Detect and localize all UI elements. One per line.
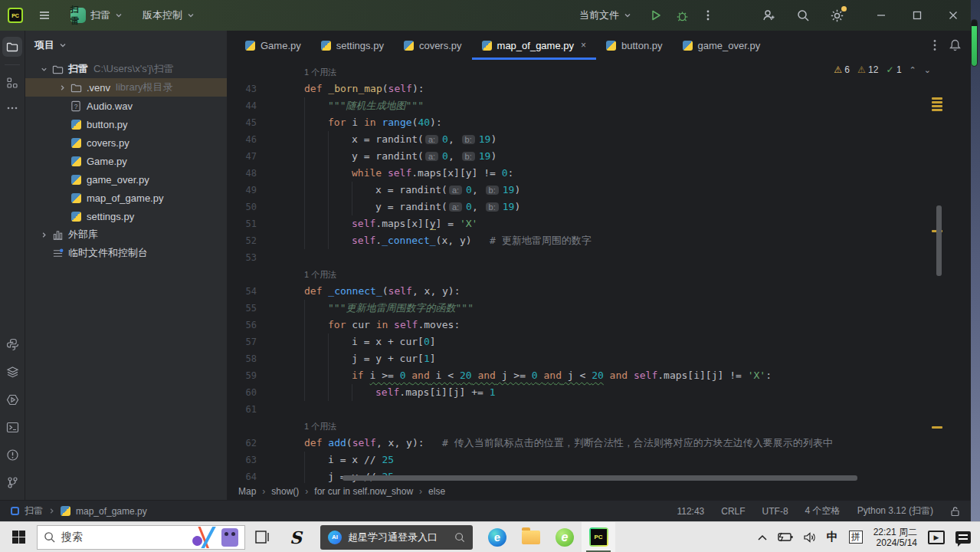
- s-app-button[interactable]: S: [279, 522, 313, 552]
- tree-item-.venv[interactable]: .venvlibrary根目录: [25, 78, 227, 97]
- tree-item-covers.py[interactable]: covers.py: [25, 133, 227, 152]
- code-with-me-button[interactable]: [762, 8, 776, 22]
- maximize-button[interactable]: [899, 0, 935, 31]
- version-control-tool-button[interactable]: [2, 472, 22, 492]
- status-project[interactable]: 扫雷: [25, 504, 43, 518]
- status-file[interactable]: map_of_game.py: [76, 506, 147, 517]
- tree-item-临时文件和控制台[interactable]: 临时文件和控制台: [25, 244, 227, 262]
- status-item[interactable]: 112:43: [677, 506, 704, 517]
- vcs-widget[interactable]: 版本控制: [138, 5, 199, 25]
- battery-icon[interactable]: [778, 532, 793, 542]
- main-menu-button[interactable]: [34, 6, 55, 25]
- prev-problem-button[interactable]: ⌃: [910, 65, 916, 75]
- project-selector[interactable]: 扫雷 扫雷: [66, 5, 127, 26]
- breadcrumb-item[interactable]: for cur in self.now_show: [314, 486, 413, 497]
- status-item[interactable]: CRLF: [721, 506, 745, 517]
- explorer-folder-icon: [522, 531, 540, 544]
- usage-hint[interactable]: 1 个用法: [304, 422, 336, 431]
- tab-game_over.py[interactable]: game_over.py: [673, 31, 771, 60]
- more-actions-button[interactable]: [703, 9, 713, 21]
- code-token: _connect_: [328, 285, 382, 297]
- tab-close-icon[interactable]: ×: [581, 40, 586, 51]
- task-view-button[interactable]: [245, 522, 279, 552]
- tree-item-Audio.wav[interactable]: ?Audio.wav: [25, 97, 227, 115]
- status-item[interactable]: 4 个空格: [805, 504, 841, 518]
- tab-map_of_game.py[interactable]: map_of_game.py×: [472, 31, 596, 60]
- pycharm-taskbar-button[interactable]: PC: [582, 522, 615, 552]
- tree-item-外部库[interactable]: 外部库: [25, 225, 227, 244]
- tree-item-Game.py[interactable]: Game.py: [25, 152, 227, 170]
- edge-button[interactable]: e: [480, 522, 514, 552]
- stripe-marker[interactable]: [932, 105, 942, 107]
- start-button[interactable]: [0, 522, 37, 552]
- vertical-scrollbar[interactable]: [936, 205, 942, 276]
- tree-item-game_over.py[interactable]: game_over.py: [25, 170, 227, 189]
- chevron-open-icon[interactable]: [38, 66, 50, 73]
- code-editor[interactable]: 1 个用法43def _born_map(self):44"""随机生成地图""…: [228, 60, 971, 483]
- speaker-icon[interactable]: [804, 532, 816, 543]
- tab-Game.py[interactable]: Game.py: [235, 31, 311, 60]
- stripe-marker[interactable]: [932, 101, 942, 104]
- python-packages-tool-button[interactable]: [2, 334, 22, 354]
- run-button[interactable]: [650, 9, 662, 21]
- services-tool-button[interactable]: [2, 389, 22, 409]
- taskbar-search-input[interactable]: 搜索: [37, 525, 245, 550]
- structure-tool-button[interactable]: [2, 73, 22, 93]
- chevron-closed-icon[interactable]: [56, 84, 68, 91]
- terminal-tool-button[interactable]: [2, 417, 22, 437]
- close-button[interactable]: [935, 0, 971, 31]
- code-token: .maps[x][y] !=: [411, 167, 501, 179]
- settings-button[interactable]: [830, 8, 844, 23]
- tray-clock[interactable]: 22:21 周二 2024/5/14: [873, 527, 917, 548]
- tree-item-map_of_game.py[interactable]: map_of_game.py: [25, 189, 227, 207]
- tab-button.py[interactable]: button.py: [596, 31, 673, 60]
- audio-icon: ?: [68, 100, 84, 112]
- chevron-down-icon[interactable]: [59, 41, 67, 49]
- python-file-icon: [606, 41, 616, 51]
- line-number: 53: [228, 249, 304, 266]
- tab-settings.py[interactable]: settings.py: [311, 31, 394, 60]
- chaoxing-widget[interactable]: AI 超星学习通登录入口: [320, 525, 473, 550]
- video-player-tray-icon[interactable]: ▶: [928, 531, 945, 544]
- breadcrumb-item[interactable]: show(): [271, 486, 299, 497]
- debug-button[interactable]: [676, 9, 689, 22]
- inspections-widget[interactable]: ⚠ 6 ⚠ 12 ✓ 1 ⌃ ⌄: [834, 64, 931, 75]
- python-console-tool-button[interactable]: [2, 362, 22, 382]
- ime-language-indicator[interactable]: 中: [827, 530, 838, 544]
- breadcrumb-item[interactable]: else: [428, 486, 445, 497]
- usage-hint[interactable]: 1 个用法: [304, 270, 336, 279]
- tree-item-扫雷[interactable]: 扫雷C:\Users\x's'j\扫雷: [25, 60, 227, 78]
- stripe-marker[interactable]: [932, 97, 942, 100]
- action-center-icon[interactable]: [955, 531, 971, 544]
- breadcrumb-item[interactable]: Map: [238, 486, 256, 497]
- next-problem-button[interactable]: ⌄: [924, 65, 931, 75]
- chevron-closed-icon[interactable]: [38, 232, 50, 238]
- code-token: ,: [472, 184, 484, 196]
- tab-options-icon[interactable]: [933, 39, 936, 51]
- minimize-button[interactable]: [863, 0, 899, 31]
- notifications-bell-icon[interactable]: [949, 38, 962, 52]
- green-browser-button[interactable]: e: [548, 522, 582, 552]
- stripe-marker[interactable]: [932, 426, 942, 429]
- tree-item-settings.py[interactable]: settings.py: [25, 207, 227, 225]
- search-highlight-decoration[interactable]: [188, 527, 243, 548]
- code-token: # 传入当前鼠标点击的位置，判断合法性，合法则将对应的方块左边传入要展示的列表中: [424, 437, 833, 449]
- horizontal-scrollbar[interactable]: [343, 475, 857, 481]
- code-token: 'X': [748, 370, 765, 381]
- project-tool-button[interactable]: [2, 37, 22, 57]
- more-tool-windows-button[interactable]: [2, 100, 22, 116]
- run-configuration-selector[interactable]: 当前文件: [575, 5, 636, 25]
- usage-hint[interactable]: 1 个用法: [304, 67, 336, 77]
- lock-icon[interactable]: [950, 506, 960, 517]
- file-explorer-button[interactable]: [514, 522, 548, 552]
- status-item[interactable]: Python 3.12 (扫雷): [857, 504, 933, 518]
- tree-item-button.py[interactable]: button.py: [25, 115, 227, 133]
- terminal-icon: [6, 421, 19, 434]
- tray-expand-chevron-icon[interactable]: [758, 534, 767, 540]
- tab-covers.py[interactable]: covers.py: [394, 31, 472, 60]
- stripe-marker[interactable]: [932, 109, 942, 111]
- status-item[interactable]: UTF-8: [762, 506, 788, 517]
- problems-tool-button[interactable]: [2, 445, 22, 465]
- ime-mode-indicator[interactable]: 拼: [849, 531, 863, 544]
- search-everywhere-button[interactable]: [796, 8, 810, 22]
